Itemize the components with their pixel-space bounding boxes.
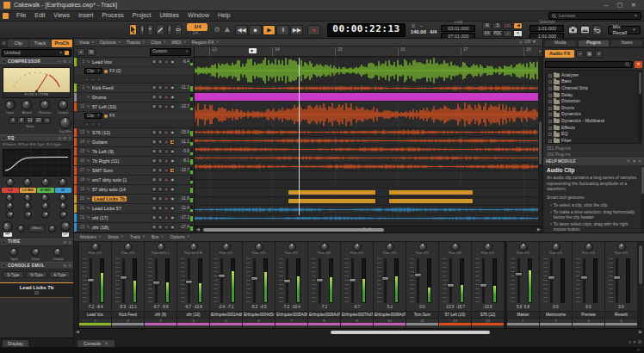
scroll-left-icon[interactable]: ◀ <box>74 330 81 335</box>
expand-toggle-icon[interactable] <box>548 133 552 136</box>
power-icon[interactable] <box>2 263 6 268</box>
input-echo-button[interactable]: ◀ <box>170 168 175 173</box>
inspector-menu-icon[interactable]: ≋ <box>1 40 7 46</box>
band-freq-knob[interactable] <box>40 192 51 203</box>
lp-filter-label[interactable]: LP <box>62 232 70 237</box>
input-echo-button[interactable]: ◀ <box>170 206 175 211</box>
menu-item[interactable]: Views <box>49 12 74 19</box>
tempo-tap-icon[interactable]: ⊞ <box>411 24 416 29</box>
track-name[interactable]: Lead Licks 7b <box>92 196 151 201</box>
track-row[interactable]: 22 ∿ ohl (17) M S ● ◀ -17.2 <box>74 214 194 223</box>
solo-button[interactable]: S <box>158 196 163 201</box>
menu-item[interactable]: Modules▼ <box>77 235 104 240</box>
arm-button[interactable]: ● <box>164 168 169 173</box>
plugin-folder-item[interactable]: Dynamics - Multiband <box>546 118 641 125</box>
bus-name[interactable]: Master <box>507 311 539 318</box>
automation-write-button[interactable] <box>90 122 96 127</box>
export-button[interactable] <box>580 25 590 35</box>
ratio-button[interactable]: ∞ <box>43 117 51 124</box>
track-row[interactable]: ∿ Drums M S ● ◀ <box>74 93 194 102</box>
snap-resolution[interactable]: 1/4 ♩ <box>192 31 202 35</box>
mix-recall-dropdown[interactable]: Mix Recall ▼ <box>608 26 641 34</box>
scrollbar-thumb[interactable] <box>203 228 384 232</box>
rewind-button[interactable]: ◀◀ <box>235 25 248 35</box>
band-q-knob[interactable] <box>24 202 32 210</box>
plugin-folder-item[interactable]: Bass <box>546 79 641 86</box>
track-name[interactable]: Lead Licks 57 <box>92 206 151 211</box>
ratio-button[interactable]: 4 <box>9 117 16 124</box>
pan-knob[interactable] <box>585 243 593 251</box>
track-name[interactable]: S76 (12) <box>92 130 151 135</box>
filter-freq-knob[interactable] <box>17 225 25 232</box>
close-icon[interactable]: ✕ <box>104 341 108 346</box>
mute-button[interactable]: M <box>152 196 157 201</box>
audio-clip-row[interactable] <box>195 171 542 180</box>
pan-knob[interactable] <box>617 243 626 251</box>
mute-button[interactable]: M <box>152 149 157 154</box>
input-echo-button[interactable]: ◀ <box>170 215 175 220</box>
track-name[interactable]: SM7 Sum <box>92 168 151 173</box>
expand-icon[interactable]: ⇕ <box>68 240 71 245</box>
expand-toggle-icon[interactable] <box>548 100 552 103</box>
console-type-button[interactable]: S-Type <box>3 271 24 278</box>
pan-knob[interactable] <box>189 243 198 251</box>
volume-fader[interactable] <box>220 258 223 303</box>
time-ruler[interactable]: 131415161718 ▶ + <box>195 46 542 57</box>
gear-icon[interactable]: ⚙ <box>63 263 66 268</box>
plugin-folder-item[interactable]: Distortion <box>546 98 641 105</box>
gear-icon[interactable]: ⚙ <box>63 136 66 140</box>
track-row[interactable]: 19 ∿ 57 dirty solo (14 M S ● ◀ <box>74 185 194 195</box>
channel-name[interactable]: S76 (12) <box>472 311 504 318</box>
channel-name[interactable]: Erthquke0004d5r <box>243 311 275 318</box>
band-q-knob[interactable] <box>41 202 49 210</box>
plugin-folder-item[interactable]: EQ <box>546 131 641 138</box>
tab-display[interactable]: Display <box>2 339 29 347</box>
channel-name[interactable]: Tom Sum <box>406 311 438 318</box>
zoom-out-icon[interactable]: ⊖ <box>362 226 367 232</box>
input-echo-button[interactable]: ◀ <box>170 177 175 183</box>
automation-off-indicator[interactable]: Off▼ <box>519 40 540 45</box>
solo-button[interactable]: S <box>158 59 163 65</box>
input-echo-button[interactable]: ◀ <box>170 225 175 230</box>
expand-toggle-icon[interactable] <box>548 113 552 116</box>
track-row[interactable]: 21 ∿ Lead Licks 57 M S ● ◀ -11.4 <box>74 204 194 214</box>
selection-start-time[interactable]: 1:01:000 <box>529 25 564 32</box>
gear-icon[interactable]: ⚙ <box>213 26 220 34</box>
audio-clip-row[interactable] <box>195 128 542 137</box>
metronome-icon[interactable]: ⌁ <box>419 24 424 29</box>
filter-q-knob[interactable] <box>48 225 56 232</box>
band-freq-knob[interactable] <box>58 192 69 203</box>
eq-mode-option[interactable]: Hybrid <box>3 143 16 147</box>
menu-item[interactable]: Project <box>128 12 156 19</box>
mute-button[interactable]: M <box>152 158 157 164</box>
band-freq-knob[interactable] <box>4 192 15 203</box>
automation-write-button[interactable] <box>90 77 96 82</box>
band-shape-knob[interactable] <box>40 209 51 220</box>
arm-button[interactable]: ● <box>164 225 169 230</box>
console-type-button[interactable]: A-Type <box>49 271 71 278</box>
channel-name[interactable]: ohr (10) <box>177 311 209 318</box>
track-name[interactable]: ohl (17) <box>92 215 151 220</box>
track-name[interactable]: 7b Right (11) <box>92 158 151 164</box>
input-echo-button[interactable]: ◀ <box>170 95 175 100</box>
fx-rack-label[interactable]: FX <box>109 114 115 119</box>
arm-button[interactable]: ● <box>164 206 169 211</box>
track-row[interactable]: 23 ∿ ohr (18) M S ● ◀ -17.4 <box>74 223 194 232</box>
arm-button[interactable]: ● <box>164 196 169 201</box>
audio-clip-row[interactable] <box>195 93 542 102</box>
channel-name[interactable]: ohl (9) <box>145 311 176 318</box>
band-gain-knob[interactable] <box>59 178 67 187</box>
arm-button[interactable]: ● <box>164 177 169 183</box>
edit-filter-dropdown[interactable]: Clip▼ <box>84 68 102 74</box>
plugin-search-input[interactable] <box>545 61 633 68</box>
markers-icon[interactable]: ⛰ <box>224 26 232 34</box>
pause-button[interactable]: ‖ <box>276 25 289 35</box>
solo-button[interactable]: S <box>158 187 163 192</box>
track-name[interactable]: 7b Left (9) <box>92 149 151 154</box>
channel-name[interactable]: Erthquke0001AdKc <box>210 311 242 318</box>
track-row[interactable]: 16 ∿ 7b Right (11) M S ● ◀ -8.1 <box>74 157 194 166</box>
audio-clip-row[interactable] <box>195 214 542 223</box>
audio-clip-row[interactable] <box>195 102 542 128</box>
add-track-button[interactable]: + <box>77 48 85 56</box>
audio-fx-button[interactable]: Audio FX <box>545 50 574 58</box>
